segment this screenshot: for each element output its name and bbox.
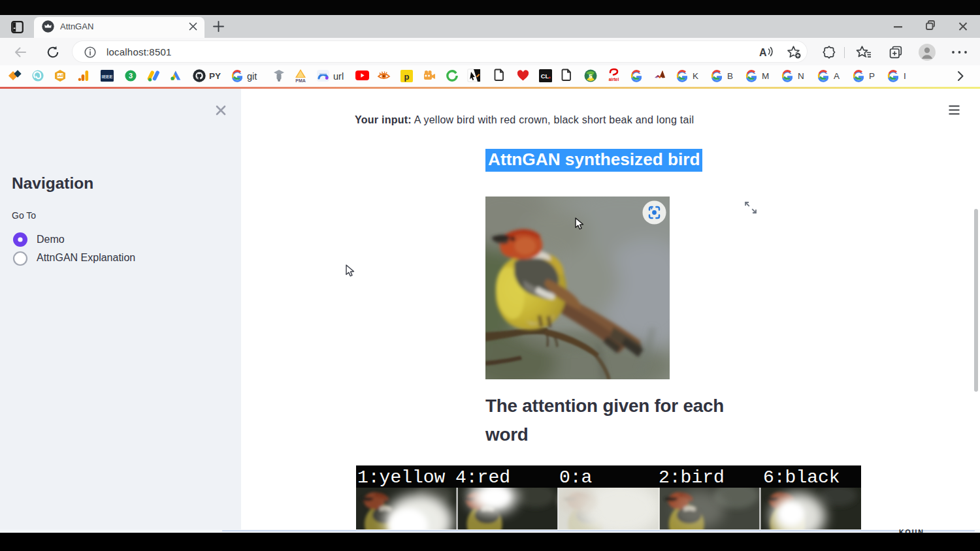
svg-text:airtel: airtel (609, 77, 619, 82)
svg-text:I: I (904, 71, 906, 81)
svg-text:PY: PY (209, 71, 221, 81)
svg-text:A: A (759, 47, 767, 58)
svg-text:P: P (869, 71, 875, 81)
svg-text:M: M (762, 71, 769, 81)
svg-text:3: 3 (129, 72, 133, 80)
svg-text:url: url (333, 71, 344, 82)
svg-text:CL: CL (541, 72, 549, 80)
svg-text:git: git (247, 71, 257, 82)
svg-text:A: A (834, 71, 840, 81)
svg-text:N: N (798, 71, 804, 81)
svg-text:IEEE: IEEE (102, 74, 113, 80)
svg-text:5: 5 (589, 72, 593, 80)
svg-text:K: K (693, 71, 698, 81)
svg-text:PMA: PMA (295, 78, 306, 83)
svg-text:B: B (727, 71, 733, 81)
svg-text:p: p (404, 72, 410, 82)
